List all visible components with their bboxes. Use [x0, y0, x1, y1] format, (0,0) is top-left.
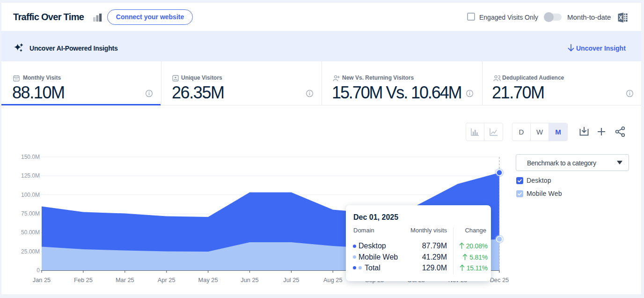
svg-text:125.0M: 125.0M	[21, 172, 40, 179]
svg-text:75.00M: 75.00M	[21, 210, 40, 217]
svg-text:100.0M: 100.0M	[21, 192, 40, 198]
svg-text:May 25: May 25	[198, 276, 218, 283]
svg-text:Dec 25: Dec 25	[490, 276, 509, 283]
svg-text:Jul 25: Jul 25	[283, 276, 299, 283]
svg-text:150.0M: 150.0M	[21, 154, 40, 160]
svg-text:Mar 25: Mar 25	[116, 276, 134, 283]
svg-text:Aug 25: Aug 25	[323, 276, 343, 283]
svg-text:Feb 25: Feb 25	[74, 276, 93, 283]
svg-text:Jan 25: Jan 25	[33, 276, 51, 283]
svg-text:Apr 25: Apr 25	[158, 276, 176, 283]
svg-text:25.00M: 25.00M	[21, 248, 40, 255]
svg-text:0: 0	[37, 267, 40, 274]
svg-text:Jun 25: Jun 25	[241, 276, 258, 283]
svg-text:50.00M: 50.00M	[21, 229, 40, 236]
